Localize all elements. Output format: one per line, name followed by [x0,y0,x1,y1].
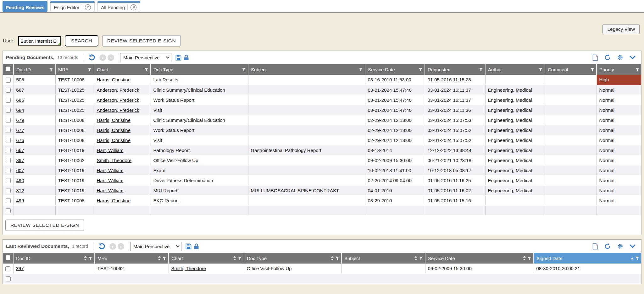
tab-esign-editor[interactable]: Esign Editor [50,1,95,12]
doc-link[interactable]: Harris, Christine [97,138,131,143]
external-link-icon[interactable] [85,4,91,11]
doc-link[interactable]: Harris, Christine [97,77,131,82]
row-checkbox[interactable] [6,276,11,281]
doc-link[interactable]: 684 [16,107,24,113]
review-selected-esign-bottom-button[interactable]: REVIEW SELECTED E-SIGN [5,220,84,231]
comment-cell [545,195,597,205]
doc-link[interactable]: 397 [16,266,24,271]
user-input[interactable] [18,36,61,46]
undo-icon[interactable] [88,54,95,61]
col-priority[interactable]: Priority [597,64,641,75]
col-subject[interactable]: Subject [248,64,365,75]
perspective-select[interactable]: Main Perspective [130,242,181,251]
row-checkbox[interactable] [6,188,11,193]
col-signed-date[interactable]: Signed Date [534,253,641,264]
save-perspective-icon[interactable] [186,243,192,249]
doc-link[interactable]: 499 [16,198,24,203]
new-document-icon[interactable] [592,54,598,61]
refresh-icon[interactable] [604,54,611,61]
author-cell: Engineering, Medical [485,185,545,195]
panel-title: Last Reviewed Documents, [6,243,69,249]
refresh-icon[interactable] [604,243,611,249]
doc-link[interactable]: Hart, William [97,168,124,173]
col-mr[interactable]: MR# [95,253,169,264]
select-all-checkbox[interactable] [6,67,10,71]
col-service-date[interactable]: Service Date [365,64,425,75]
row-checkbox[interactable] [6,108,11,113]
row-checkbox[interactable] [6,128,11,133]
doc-link[interactable]: Harris, Christine [97,128,131,133]
doc-link[interactable]: Anderson, Frederick [97,87,139,93]
doc-link[interactable]: 685 [16,97,24,103]
doc-link[interactable]: Hart, William [97,178,124,183]
search-button[interactable]: SEARCH [65,35,98,46]
lock-icon[interactable] [194,243,199,249]
doc-link[interactable]: 676 [16,138,24,143]
col-comment[interactable]: Comment [545,64,597,75]
external-link-icon[interactable] [130,4,137,11]
row-checkbox[interactable] [6,88,11,93]
col-doc-type[interactable]: Doc Type [244,253,341,264]
doc-link[interactable]: 679 [16,117,24,123]
collapse-chevron-icon[interactable] [630,56,636,59]
row-checkbox[interactable] [6,168,11,173]
col-doc-id[interactable]: Doc ID [13,253,95,264]
col-requested[interactable]: Requested [425,64,485,75]
row-checkbox[interactable] [6,158,11,163]
col-chart[interactable]: Chart [169,253,244,264]
col-subject[interactable]: Subject [341,253,425,264]
doc-link[interactable]: 508 [16,77,24,82]
doc-link[interactable]: 312 [16,188,24,193]
col-service-date[interactable]: Service Date [425,253,534,264]
col-author[interactable]: Author [485,64,545,75]
col-doc-id[interactable]: Doc ID [14,64,55,75]
row-checkbox[interactable] [6,178,11,183]
row-checkbox[interactable] [6,78,11,83]
doc-link[interactable]: Anderson, Frederick [97,107,139,113]
tab-all-pending[interactable]: All Pending [97,1,140,12]
col-doc-type[interactable]: Doc Type [151,64,248,75]
sort-icon [158,256,161,260]
row-checkbox[interactable] [6,98,11,103]
legacy-view-button[interactable]: Legacy View [602,24,640,34]
next-page-icon[interactable]: › [108,54,114,61]
doc-link[interactable]: Harris, Christine [97,117,131,123]
gear-icon[interactable] [617,243,623,249]
row-checkbox[interactable] [6,138,11,143]
doc-link[interactable]: Harris, Christine [97,198,131,203]
gear-icon[interactable] [617,54,623,61]
row-checkbox[interactable] [6,148,11,153]
requested-cell: 01-05-2016 11:16:25 [425,175,485,185]
doc-link[interactable]: Hart, William [97,148,124,153]
perspective-select[interactable]: Main Perspective [120,53,171,62]
new-document-icon[interactable] [592,243,598,250]
doc-link[interactable]: 397 [16,158,24,163]
save-perspective-icon[interactable] [175,55,181,61]
doc-id-cell: 667 [14,145,55,155]
row-checkbox[interactable] [5,266,10,271]
doc-link[interactable]: Smith, Theodore [171,266,206,271]
prev-page-icon[interactable]: ‹ [99,54,106,61]
tab-pending-reviews[interactable]: Pending Reviews [3,1,47,12]
col-chart[interactable]: Chart [94,64,151,75]
lock-icon[interactable] [184,55,189,61]
review-selected-esign-button[interactable]: REVIEW SELECTED E-SIGN [102,35,181,46]
doc-link[interactable]: 677 [16,128,24,133]
collapse-chevron-icon[interactable] [630,244,636,248]
doc-link[interactable]: Hart, William [97,188,124,193]
doc-link[interactable]: 607 [16,168,24,173]
col-mr[interactable]: MR# [55,64,94,75]
prev-page-icon[interactable]: ‹ [109,243,116,250]
select-all-checkbox[interactable] [6,255,10,260]
doc-link[interactable]: 687 [16,87,24,93]
doc-link[interactable]: Smith, Theodore [97,158,132,163]
undo-icon[interactable] [98,243,105,250]
row-checkbox[interactable] [6,198,11,203]
row-checkbox[interactable] [6,118,11,123]
service-date-cell: 03-16-2010 11:53:00 [365,75,425,85]
doc-link[interactable]: 490 [16,178,24,183]
next-page-icon[interactable]: › [118,243,124,250]
doc-link[interactable]: Anderson, Frederick [97,97,139,103]
doc-link[interactable]: 667 [16,148,24,153]
row-checkbox[interactable] [6,208,11,213]
